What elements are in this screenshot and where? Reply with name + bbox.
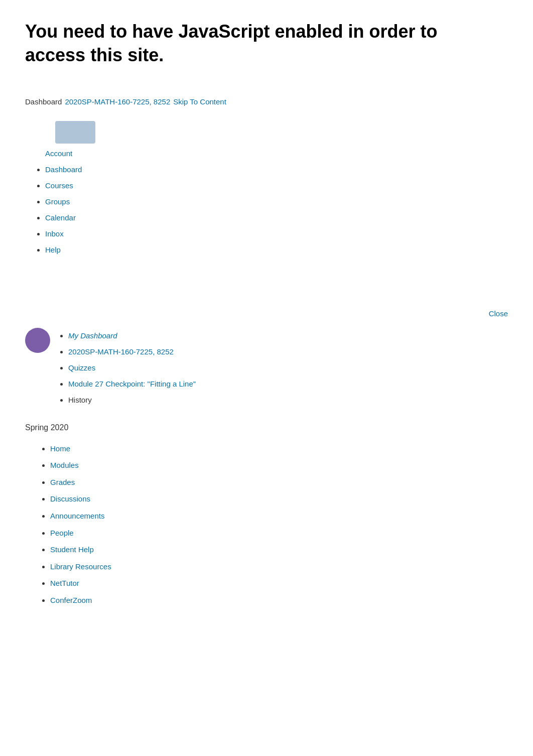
avatar-placeholder (55, 121, 95, 144)
breadcrumb-item-dashboard[interactable]: My Dashboard (68, 328, 196, 344)
breadcrumb-link-course[interactable]: 2020SP-MATH-160-7225, 8252 (68, 347, 174, 356)
nav-item-calendar[interactable]: Calendar (45, 210, 508, 226)
breadcrumb-item-history: History (68, 392, 196, 408)
page-heading: You need to have JavaScript enabled in o… (25, 20, 508, 67)
nav-item-groups[interactable]: Groups (45, 194, 508, 210)
breadcrumb-skip-link[interactable]: Skip To Content (173, 97, 226, 106)
course-nav-item-people[interactable]: People (50, 525, 508, 542)
breadcrumb-item-course[interactable]: 2020SP-MATH-160-7225, 8252 (68, 344, 196, 360)
close-section: Close (25, 309, 508, 318)
nav-item-dashboard[interactable]: Dashboard (45, 162, 508, 178)
course-nav-link-grades[interactable]: Grades (50, 478, 75, 486)
breadcrumb-item-quizzes[interactable]: Quizzes (68, 360, 196, 376)
course-nav-list: Home Modules Grades Discussions Announce… (25, 440, 508, 609)
breadcrumb-item-checkpoint[interactable]: Module 27 Checkpoint: "Fitting a Line" (68, 376, 196, 392)
breadcrumb-link-mydashboard[interactable]: My Dashboard (68, 331, 117, 340)
avatar (25, 328, 50, 353)
course-nav-item-discussions[interactable]: Discussions (50, 490, 508, 508)
breadcrumb-dashboard: Dashboard (25, 97, 62, 106)
course-nav-item-announcements[interactable]: Announcements (50, 508, 508, 525)
nav-account-link[interactable]: Account (45, 149, 72, 158)
nav-item-inbox[interactable]: Inbox (45, 226, 508, 242)
course-nav-link-announcements[interactable]: Announcements (50, 512, 104, 520)
breadcrumb-history-text: History (68, 396, 92, 404)
nav-item-help[interactable]: Help (45, 242, 508, 258)
breadcrumb-course-link[interactable]: 2020SP-MATH-160-7225, 8252 (65, 97, 170, 106)
breadcrumb-link-checkpoint[interactable]: Module 27 Checkpoint: "Fitting a Line" (68, 380, 196, 388)
course-section: Spring 2020 Home Modules Grades Discussi… (25, 423, 508, 609)
course-nav-item-conferzoom[interactable]: ConferZoom (50, 592, 508, 609)
course-nav-item-modules[interactable]: Modules (50, 457, 508, 474)
course-nav-link-modules[interactable]: Modules (50, 461, 79, 469)
breadcrumb-bar: Dashboard 2020SP-MATH-160-7225, 8252 Ski… (25, 97, 508, 106)
course-nav-item-student-help[interactable]: Student Help (50, 541, 508, 558)
course-nav-link-conferzoom[interactable]: ConferZoom (50, 596, 92, 604)
course-nav-link-student-help[interactable]: Student Help (50, 545, 94, 554)
course-nav-item-home[interactable]: Home (50, 440, 508, 457)
course-nav-link-home[interactable]: Home (50, 444, 70, 453)
course-nav-item-library-resources[interactable]: Library Resources (50, 558, 508, 575)
course-term: Spring 2020 (25, 423, 508, 432)
nav-item-courses[interactable]: Courses (45, 178, 508, 194)
breadcrumb-nav: My Dashboard 2020SP-MATH-160-7225, 8252 … (25, 328, 508, 408)
course-nav-item-nettutor[interactable]: NetTutor (50, 575, 508, 592)
close-button[interactable]: Close (489, 309, 508, 318)
course-nav-item-grades[interactable]: Grades (50, 474, 508, 491)
course-nav-link-nettutor[interactable]: NetTutor (50, 579, 79, 587)
global-nav: Account Dashboard Courses Groups Calenda… (25, 121, 508, 279)
course-nav-link-library-resources[interactable]: Library Resources (50, 562, 111, 571)
course-nav-link-discussions[interactable]: Discussions (50, 494, 90, 503)
breadcrumb-link-quizzes[interactable]: Quizzes (68, 363, 95, 372)
course-nav-link-people[interactable]: People (50, 529, 74, 537)
